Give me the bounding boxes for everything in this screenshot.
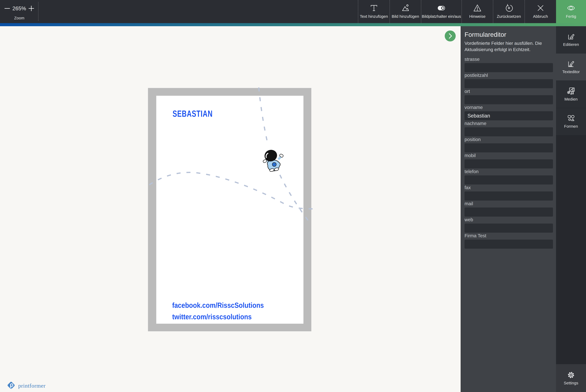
reset-icon — [505, 3, 513, 13]
field-mobil: mobil — [464, 153, 552, 168]
web-input[interactable] — [464, 224, 553, 233]
vorname-input[interactable] — [464, 111, 553, 120]
field-postleitzahl: postleitzahl — [464, 72, 552, 88]
postleitzahl-input[interactable] — [464, 79, 553, 88]
printformer-logo-text: printformer — [18, 382, 46, 389]
top-toolbar: 265% Zoom Text hinzufügen Bild hinzufüge… — [0, 0, 586, 23]
position-input[interactable] — [464, 143, 553, 152]
image-icon — [401, 3, 410, 13]
mobil-input[interactable] — [464, 159, 553, 168]
field-telefon: telefon — [464, 169, 552, 184]
printformer-logo: printformer — [7, 381, 46, 390]
shapes-icon — [567, 114, 575, 122]
firma-test-input[interactable] — [464, 240, 553, 249]
card-social-links: facebook.com/RisscSolutions twitter.com/… — [172, 300, 264, 322]
field-vorname: vorname — [464, 104, 552, 120]
mail-input[interactable] — [464, 208, 553, 216]
zoom-level-value: 265% — [13, 6, 26, 12]
field-ort: ort — [464, 88, 552, 104]
image-placeholder-toggle-button[interactable]: Bildplatzhalter ein/aus — [421, 0, 461, 23]
form-editor-panel: Formulareditor Vordefinierte Felder hier… — [461, 26, 556, 392]
form-fields: strasse postleitzahl ort vorname nachnam… — [464, 56, 552, 249]
field-web: web — [464, 217, 552, 233]
nachname-input[interactable] — [464, 127, 553, 136]
chevron-right-icon — [445, 30, 456, 42]
tab-medien[interactable]: Medien — [556, 81, 586, 108]
tab-texteditor[interactable]: Texteditor — [556, 54, 586, 80]
strasse-input[interactable] — [464, 63, 553, 72]
toggle-on-icon — [437, 3, 446, 13]
field-nachname: nachname — [464, 120, 552, 136]
text-editor-icon — [567, 60, 575, 68]
field-firma-test: Firma Test — [464, 233, 552, 249]
field-position: position — [464, 137, 552, 152]
toolbar-divider — [38, 2, 39, 21]
design-page[interactable]: SEBASTIAN facebook.com/RisscSolutions tw… — [156, 96, 303, 324]
panel-title: Formulareditor — [464, 31, 552, 38]
field-strasse: strasse — [464, 56, 552, 72]
eye-icon — [566, 3, 575, 13]
media-icon — [567, 87, 575, 95]
design-mat: SEBASTIAN facebook.com/RisscSolutions tw… — [148, 88, 311, 331]
twitter-link-text: twitter.com/risscsolutions — [172, 311, 264, 322]
cancel-button[interactable]: Abbruch — [524, 0, 556, 23]
text-icon — [370, 3, 378, 13]
fax-input[interactable] — [464, 192, 553, 200]
gear-icon — [567, 371, 575, 379]
toolbar-actions: Text hinzufügen Bild hinzufügen Bildplat… — [358, 0, 586, 23]
add-text-button[interactable]: Text hinzufügen — [358, 0, 389, 23]
add-image-button[interactable]: Bild hinzufügen — [389, 0, 421, 23]
field-mail: mail — [464, 201, 552, 216]
printformer-logo-icon — [7, 381, 16, 390]
tool-rail: Editieren Texteditor Medien Formen — [556, 26, 586, 392]
zoom-in-button[interactable] — [28, 5, 35, 12]
facebook-link-text: facebook.com/RisscSolutions — [172, 300, 264, 311]
reset-button[interactable]: Zurücksetzen — [493, 0, 524, 23]
settings-button[interactable]: Settings — [556, 364, 586, 392]
design-canvas: SEBASTIAN facebook.com/RisscSolutions tw… — [0, 26, 461, 392]
field-fax: fax — [464, 185, 552, 200]
tab-formen[interactable]: Formen — [556, 108, 586, 135]
card-name-text: SEBASTIAN — [173, 108, 213, 119]
hints-button[interactable]: Hinweise — [461, 0, 493, 23]
edit-icon — [567, 32, 575, 41]
warning-triangle-icon — [473, 3, 482, 13]
collapse-panel-button[interactable] — [445, 30, 456, 42]
zoom-caption: Zoom — [4, 16, 35, 20]
ort-input[interactable] — [464, 95, 553, 104]
zoom-out-button[interactable] — [4, 5, 11, 12]
close-icon — [536, 3, 545, 13]
telefon-input[interactable] — [464, 176, 553, 184]
finish-button[interactable]: Fertig — [556, 0, 586, 23]
tab-editieren[interactable]: Editieren — [556, 26, 586, 53]
zoom-controls: 265% Zoom — [4, 0, 35, 23]
astronaut-illustration — [263, 149, 284, 172]
panel-subtitle: Vordefinierte Felder hier ausfüllen. Die… — [464, 40, 551, 53]
accent-gradient-bar — [0, 23, 586, 26]
